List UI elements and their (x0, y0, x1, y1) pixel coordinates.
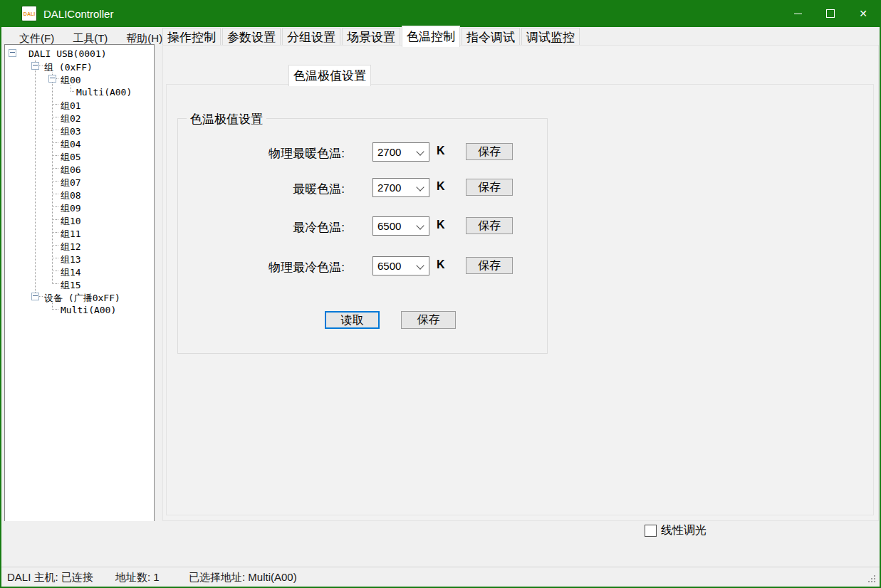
combobox-value: 2700 (377, 146, 401, 158)
close-icon: ✕ (859, 9, 867, 19)
unit-label: K (437, 145, 445, 157)
tree-guide (35, 214, 36, 226)
tree-guide (35, 149, 36, 162)
linear-dimming-label: 线性调光 (661, 523, 707, 538)
tree-item[interactable]: 组08 (5, 188, 154, 201)
tree-guide (52, 168, 59, 169)
sub-tab-2[interactable]: 色温极值设置 (288, 65, 371, 86)
tree-expand-box[interactable] (31, 293, 39, 300)
close-button[interactable]: ✕ (847, 0, 880, 27)
tree-item[interactable]: 组10 (5, 214, 154, 226)
tree-item[interactable]: 组14 (5, 265, 154, 278)
tree-guide (35, 265, 36, 278)
row-save-button[interactable]: 保存 (466, 143, 513, 160)
combobox-value: 6500 (377, 260, 401, 272)
tree-expand-box[interactable] (48, 75, 56, 83)
tree-guide (35, 111, 36, 124)
tree-item[interactable]: 组03 (5, 124, 154, 137)
cct-value-combobox[interactable]: 6500 (372, 216, 429, 236)
row-save-button[interactable]: 保存 (466, 217, 513, 234)
combobox-value: 6500 (377, 220, 401, 232)
tree-guide (35, 137, 36, 149)
tree-guide (35, 162, 36, 175)
chevron-down-icon (416, 147, 424, 155)
read-button[interactable]: 读取 (325, 311, 380, 329)
main-tab-3[interactable]: 场景设置 (342, 28, 400, 46)
window-title: DALIController (43, 8, 113, 20)
status-address-count: 地址数: 1 (115, 571, 160, 584)
tree-guide (52, 142, 59, 143)
tree-guide (52, 245, 59, 246)
tree-guide (52, 239, 53, 252)
chevron-down-icon (416, 183, 424, 191)
tree-item[interactable]: 组05 (5, 149, 154, 162)
tree-item[interactable]: 组13 (5, 252, 154, 265)
minimize-icon (794, 14, 802, 14)
cct-value-combobox[interactable]: 2700 (372, 142, 429, 162)
tree-guide (52, 111, 53, 124)
save-all-button[interactable]: 保存 (401, 311, 456, 329)
tree-item[interactable]: 组01 (5, 98, 154, 111)
tree-item[interactable]: DALI USB(0001) (5, 47, 154, 60)
tree-item[interactable]: 组12 (5, 239, 154, 252)
maximize-button[interactable] (814, 0, 847, 27)
row-save-button[interactable]: 保存 (466, 257, 513, 274)
tree-guide (35, 98, 36, 111)
linear-dimming-checkbox[interactable] (645, 525, 657, 537)
tree-guide (52, 137, 53, 149)
title-bar[interactable]: DALI DALIController ✕ (1, 0, 880, 27)
tree-item[interactable]: 组 (0xFF) (5, 60, 154, 73)
row-save-button[interactable]: 保存 (466, 179, 513, 196)
tree-guide (35, 124, 36, 137)
minimize-button[interactable] (781, 0, 814, 27)
tree-item[interactable]: 组04 (5, 137, 154, 149)
resize-grip[interactable] (868, 575, 877, 584)
main-tab-6[interactable]: 调试监控 (521, 28, 580, 46)
tree-item[interactable]: 组09 (5, 201, 154, 214)
app-icon: DALI (21, 6, 37, 21)
tree-item[interactable]: Multi(A00) (5, 303, 154, 316)
tree-guide (52, 214, 53, 226)
tree-guide (52, 252, 53, 265)
tree-guide (52, 219, 59, 220)
main-tab-0[interactable]: 操作控制 (162, 28, 221, 46)
tree-item[interactable]: 组07 (5, 175, 154, 188)
cct-row-label: 最冷色温: (293, 219, 345, 236)
tree-guide (35, 252, 36, 265)
cct-row: 最冷色温:6500K保存 (178, 216, 547, 236)
main-tab-2[interactable]: 分组设置 (282, 28, 340, 46)
sub-tab-page: 色温极值设置 物理最暖色温:2700K保存最暖色温:2700K保存最冷色温:65… (166, 84, 874, 515)
main-tab-1[interactable]: 参数设置 (222, 28, 281, 46)
tree-item[interactable]: 组06 (5, 162, 154, 175)
status-host-connection: DALI 主机: 已连接 (7, 571, 93, 584)
tree-guide (52, 226, 53, 239)
status-bar: DALI 主机: 已连接 地址数: 1 已选择地址: Multi(A00) (1, 567, 880, 587)
tree-expand-box[interactable] (31, 62, 39, 70)
tree-guide (52, 162, 53, 175)
tree-item[interactable]: 组11 (5, 226, 154, 239)
tree-item[interactable]: Multi(A00) (5, 85, 154, 98)
cct-value-combobox[interactable]: 6500 (372, 256, 429, 275)
tree-item[interactable]: 组02 (5, 111, 154, 124)
tree-item-label: Multi(A00) (61, 305, 116, 315)
tree-item[interactable]: 组15 (5, 278, 154, 290)
main-tab-strip: 操作控制参数设置分组设置场景设置色温控制指令调试调试监控 (162, 26, 580, 46)
cct-value-combobox[interactable]: 2700 (372, 178, 429, 197)
chevron-down-icon (416, 221, 424, 229)
tree-guide (52, 124, 53, 137)
tree-item[interactable]: 设备 (广播0xFF) (5, 290, 154, 303)
tree-guide (52, 175, 53, 188)
main-tab-4[interactable]: 色温控制 (402, 26, 460, 47)
main-tab-5[interactable]: 指令调试 (462, 28, 520, 46)
chevron-down-icon (416, 261, 424, 269)
tree-guide (52, 194, 59, 194)
window-client-area: DALI DALIController ✕ 文件(F)工具(T)帮助(H) DA… (1, 0, 880, 587)
tree-guide (52, 232, 59, 233)
tree-guide (52, 130, 59, 130)
maximize-icon (826, 9, 835, 18)
tree-guide (52, 265, 53, 278)
unit-label: K (437, 219, 445, 231)
combobox-value: 2700 (377, 182, 401, 194)
tree-item[interactable]: 组00 (5, 73, 154, 85)
tree-expand-box[interactable] (9, 49, 16, 57)
